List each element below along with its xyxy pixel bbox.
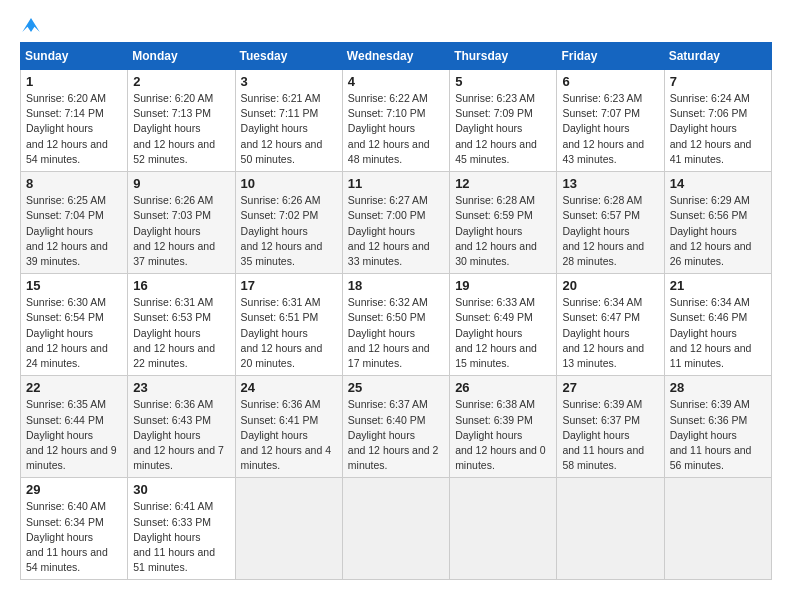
calendar-day-cell: 11 Sunrise: 6:27 AM Sunset: 7:00 PM Dayl… — [342, 172, 449, 274]
day-info: Sunrise: 6:23 AM Sunset: 7:09 PM Dayligh… — [455, 91, 551, 167]
day-number: 30 — [133, 482, 229, 497]
calendar-day-cell: 30 Sunrise: 6:41 AM Sunset: 6:33 PM Dayl… — [128, 478, 235, 580]
calendar-day-cell: 16 Sunrise: 6:31 AM Sunset: 6:53 PM Dayl… — [128, 274, 235, 376]
day-info: Sunrise: 6:22 AM Sunset: 7:10 PM Dayligh… — [348, 91, 444, 167]
calendar-header-tuesday: Tuesday — [235, 43, 342, 70]
calendar-week-row: 1 Sunrise: 6:20 AM Sunset: 7:14 PM Dayli… — [21, 70, 772, 172]
calendar-day-cell — [450, 478, 557, 580]
day-number: 15 — [26, 278, 122, 293]
calendar-week-row: 22 Sunrise: 6:35 AM Sunset: 6:44 PM Dayl… — [21, 376, 772, 478]
day-info: Sunrise: 6:37 AM Sunset: 6:40 PM Dayligh… — [348, 397, 444, 473]
day-info: Sunrise: 6:30 AM Sunset: 6:54 PM Dayligh… — [26, 295, 122, 371]
calendar-day-cell: 4 Sunrise: 6:22 AM Sunset: 7:10 PM Dayli… — [342, 70, 449, 172]
calendar-day-cell: 8 Sunrise: 6:25 AM Sunset: 7:04 PM Dayli… — [21, 172, 128, 274]
calendar-day-cell: 19 Sunrise: 6:33 AM Sunset: 6:49 PM Dayl… — [450, 274, 557, 376]
logo-icon — [22, 18, 40, 32]
calendar-day-cell: 18 Sunrise: 6:32 AM Sunset: 6:50 PM Dayl… — [342, 274, 449, 376]
day-number: 23 — [133, 380, 229, 395]
day-info: Sunrise: 6:38 AM Sunset: 6:39 PM Dayligh… — [455, 397, 551, 473]
calendar-header-wednesday: Wednesday — [342, 43, 449, 70]
calendar-day-cell — [235, 478, 342, 580]
calendar-week-row: 8 Sunrise: 6:25 AM Sunset: 7:04 PM Dayli… — [21, 172, 772, 274]
calendar-header-row: SundayMondayTuesdayWednesdayThursdayFrid… — [21, 43, 772, 70]
day-number: 26 — [455, 380, 551, 395]
day-info: Sunrise: 6:28 AM Sunset: 6:57 PM Dayligh… — [562, 193, 658, 269]
calendar-day-cell — [557, 478, 664, 580]
calendar-day-cell: 23 Sunrise: 6:36 AM Sunset: 6:43 PM Dayl… — [128, 376, 235, 478]
day-info: Sunrise: 6:36 AM Sunset: 6:43 PM Dayligh… — [133, 397, 229, 473]
calendar-day-cell: 9 Sunrise: 6:26 AM Sunset: 7:03 PM Dayli… — [128, 172, 235, 274]
calendar-day-cell: 27 Sunrise: 6:39 AM Sunset: 6:37 PM Dayl… — [557, 376, 664, 478]
day-number: 25 — [348, 380, 444, 395]
day-info: Sunrise: 6:29 AM Sunset: 6:56 PM Dayligh… — [670, 193, 766, 269]
day-number: 7 — [670, 74, 766, 89]
calendar-day-cell: 29 Sunrise: 6:40 AM Sunset: 6:34 PM Dayl… — [21, 478, 128, 580]
day-info: Sunrise: 6:26 AM Sunset: 7:02 PM Dayligh… — [241, 193, 337, 269]
day-info: Sunrise: 6:31 AM Sunset: 6:53 PM Dayligh… — [133, 295, 229, 371]
calendar-day-cell: 10 Sunrise: 6:26 AM Sunset: 7:02 PM Dayl… — [235, 172, 342, 274]
day-number: 17 — [241, 278, 337, 293]
day-info: Sunrise: 6:40 AM Sunset: 6:34 PM Dayligh… — [26, 499, 122, 575]
day-number: 18 — [348, 278, 444, 293]
calendar-day-cell: 20 Sunrise: 6:34 AM Sunset: 6:47 PM Dayl… — [557, 274, 664, 376]
day-number: 16 — [133, 278, 229, 293]
calendar-table: SundayMondayTuesdayWednesdayThursdayFrid… — [20, 42, 772, 580]
logo — [20, 20, 40, 32]
calendar-day-cell: 17 Sunrise: 6:31 AM Sunset: 6:51 PM Dayl… — [235, 274, 342, 376]
day-number: 22 — [26, 380, 122, 395]
day-number: 4 — [348, 74, 444, 89]
day-number: 3 — [241, 74, 337, 89]
day-info: Sunrise: 6:33 AM Sunset: 6:49 PM Dayligh… — [455, 295, 551, 371]
day-number: 8 — [26, 176, 122, 191]
page-header — [20, 20, 772, 32]
calendar-day-cell: 5 Sunrise: 6:23 AM Sunset: 7:09 PM Dayli… — [450, 70, 557, 172]
day-info: Sunrise: 6:32 AM Sunset: 6:50 PM Dayligh… — [348, 295, 444, 371]
calendar-week-row: 15 Sunrise: 6:30 AM Sunset: 6:54 PM Dayl… — [21, 274, 772, 376]
day-number: 19 — [455, 278, 551, 293]
day-number: 10 — [241, 176, 337, 191]
calendar-day-cell: 22 Sunrise: 6:35 AM Sunset: 6:44 PM Dayl… — [21, 376, 128, 478]
day-info: Sunrise: 6:27 AM Sunset: 7:00 PM Dayligh… — [348, 193, 444, 269]
day-number: 29 — [26, 482, 122, 497]
day-number: 1 — [26, 74, 122, 89]
calendar-day-cell: 26 Sunrise: 6:38 AM Sunset: 6:39 PM Dayl… — [450, 376, 557, 478]
calendar-day-cell: 15 Sunrise: 6:30 AM Sunset: 6:54 PM Dayl… — [21, 274, 128, 376]
svg-marker-0 — [22, 18, 40, 32]
calendar-day-cell: 6 Sunrise: 6:23 AM Sunset: 7:07 PM Dayli… — [557, 70, 664, 172]
day-number: 2 — [133, 74, 229, 89]
calendar-day-cell: 28 Sunrise: 6:39 AM Sunset: 6:36 PM Dayl… — [664, 376, 771, 478]
day-info: Sunrise: 6:23 AM Sunset: 7:07 PM Dayligh… — [562, 91, 658, 167]
calendar-day-cell — [342, 478, 449, 580]
day-info: Sunrise: 6:35 AM Sunset: 6:44 PM Dayligh… — [26, 397, 122, 473]
day-number: 27 — [562, 380, 658, 395]
calendar-day-cell: 7 Sunrise: 6:24 AM Sunset: 7:06 PM Dayli… — [664, 70, 771, 172]
day-number: 20 — [562, 278, 658, 293]
day-info: Sunrise: 6:26 AM Sunset: 7:03 PM Dayligh… — [133, 193, 229, 269]
calendar-day-cell: 3 Sunrise: 6:21 AM Sunset: 7:11 PM Dayli… — [235, 70, 342, 172]
day-info: Sunrise: 6:34 AM Sunset: 6:47 PM Dayligh… — [562, 295, 658, 371]
day-info: Sunrise: 6:31 AM Sunset: 6:51 PM Dayligh… — [241, 295, 337, 371]
day-number: 11 — [348, 176, 444, 191]
day-number: 12 — [455, 176, 551, 191]
day-number: 28 — [670, 380, 766, 395]
calendar-week-row: 29 Sunrise: 6:40 AM Sunset: 6:34 PM Dayl… — [21, 478, 772, 580]
day-info: Sunrise: 6:39 AM Sunset: 6:36 PM Dayligh… — [670, 397, 766, 473]
day-info: Sunrise: 6:20 AM Sunset: 7:13 PM Dayligh… — [133, 91, 229, 167]
day-info: Sunrise: 6:20 AM Sunset: 7:14 PM Dayligh… — [26, 91, 122, 167]
calendar-header-friday: Friday — [557, 43, 664, 70]
calendar-header-sunday: Sunday — [21, 43, 128, 70]
calendar-day-cell: 24 Sunrise: 6:36 AM Sunset: 6:41 PM Dayl… — [235, 376, 342, 478]
day-info: Sunrise: 6:39 AM Sunset: 6:37 PM Dayligh… — [562, 397, 658, 473]
day-number: 9 — [133, 176, 229, 191]
calendar-header-monday: Monday — [128, 43, 235, 70]
calendar-day-cell: 12 Sunrise: 6:28 AM Sunset: 6:59 PM Dayl… — [450, 172, 557, 274]
day-number: 14 — [670, 176, 766, 191]
day-info: Sunrise: 6:34 AM Sunset: 6:46 PM Dayligh… — [670, 295, 766, 371]
day-info: Sunrise: 6:28 AM Sunset: 6:59 PM Dayligh… — [455, 193, 551, 269]
day-number: 24 — [241, 380, 337, 395]
calendar-day-cell: 14 Sunrise: 6:29 AM Sunset: 6:56 PM Dayl… — [664, 172, 771, 274]
day-number: 5 — [455, 74, 551, 89]
day-info: Sunrise: 6:36 AM Sunset: 6:41 PM Dayligh… — [241, 397, 337, 473]
day-info: Sunrise: 6:41 AM Sunset: 6:33 PM Dayligh… — [133, 499, 229, 575]
day-info: Sunrise: 6:24 AM Sunset: 7:06 PM Dayligh… — [670, 91, 766, 167]
